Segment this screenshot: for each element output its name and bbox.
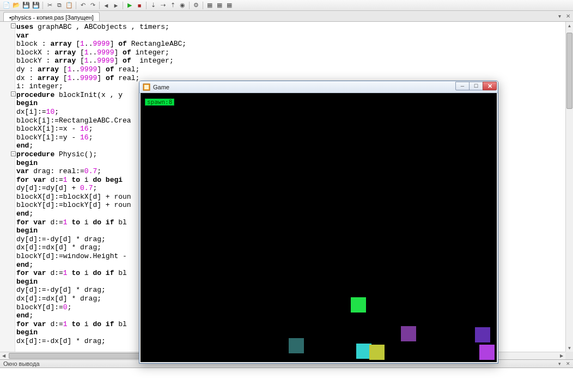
panel1-icon[interactable]: ▦ bbox=[205, 1, 214, 10]
panel3-icon[interactable]: ▦ bbox=[225, 1, 234, 10]
editor-gutter: − − − bbox=[0, 22, 15, 359]
tab-label: •physics - копия.pas [Запущен] bbox=[9, 14, 94, 21]
pin-icon[interactable]: ▾ bbox=[556, 360, 563, 367]
tab-close-icon[interactable]: ✕ bbox=[564, 12, 572, 20]
scroll-corner bbox=[565, 352, 573, 359]
spawn-counter: spawn:8 bbox=[145, 99, 174, 106]
output-panel: Окно вывода ▾ ✕ bbox=[0, 359, 573, 392]
output-body[interactable] bbox=[0, 368, 573, 392]
scroll-left-icon[interactable]: ◀ bbox=[0, 352, 8, 359]
minimize-button[interactable]: ─ bbox=[455, 82, 470, 90]
game-block bbox=[351, 297, 366, 313]
step-out-icon[interactable]: ⇡ bbox=[168, 1, 177, 10]
new-file-icon[interactable]: 📄 bbox=[2, 1, 11, 10]
output-title: Окно вывода bbox=[3, 360, 40, 367]
svg-rect-1 bbox=[144, 85, 149, 89]
undo-icon[interactable]: ↶ bbox=[78, 1, 87, 10]
step-into-icon[interactable]: ⇣ bbox=[149, 1, 157, 10]
game-block bbox=[475, 327, 490, 342]
scroll-up-icon[interactable]: ▲ bbox=[566, 22, 573, 29]
breakpoint-icon[interactable]: ◉ bbox=[178, 1, 187, 10]
compile-icon[interactable]: ⚙ bbox=[192, 1, 200, 10]
step-over-icon[interactable]: ⇢ bbox=[159, 1, 167, 10]
fold-icon[interactable]: − bbox=[11, 91, 16, 96]
tab-dropdown-icon[interactable]: ▾ bbox=[556, 12, 563, 20]
cut-icon[interactable]: ✂ bbox=[45, 1, 54, 10]
tab-physics[interactable]: •physics - копия.pas [Запущен] bbox=[3, 12, 100, 21]
game-block bbox=[369, 345, 385, 360]
open-file-icon[interactable]: 📂 bbox=[12, 1, 21, 10]
run-icon[interactable]: ▶ bbox=[125, 1, 134, 10]
panel2-icon[interactable]: ▦ bbox=[215, 1, 224, 10]
main-toolbar: 📄 📂 💾 💾 ✂ ⧉ 📋 ↶ ↷ ◄ ► ▶ ■ ⇣ ⇢ ⇡ ◉ ⚙ ▦ ▦ … bbox=[0, 0, 573, 11]
game-window[interactable]: Game ─ ☐ ✕ spawn:8 bbox=[139, 81, 498, 364]
nav-back-icon[interactable]: ◄ bbox=[102, 1, 111, 10]
save-icon[interactable]: 💾 bbox=[22, 1, 31, 10]
app-icon bbox=[143, 83, 150, 91]
game-titlebar[interactable]: Game ─ ☐ ✕ bbox=[139, 81, 498, 93]
stop-icon[interactable]: ■ bbox=[135, 1, 144, 10]
save-all-icon[interactable]: 💾 bbox=[32, 1, 40, 10]
nav-fwd-icon[interactable]: ► bbox=[112, 1, 120, 10]
scroll-thumb[interactable] bbox=[566, 33, 572, 109]
close-panel-icon[interactable]: ✕ bbox=[564, 360, 572, 367]
redo-icon[interactable]: ↷ bbox=[88, 1, 97, 10]
vertical-scrollbar[interactable]: ▲ ▼ bbox=[565, 22, 573, 352]
game-block bbox=[401, 326, 416, 341]
fold-icon[interactable]: − bbox=[11, 151, 16, 156]
game-block bbox=[479, 345, 495, 360]
document-tabbar: •physics - копия.pas [Запущен] ▾ ✕ bbox=[0, 11, 573, 22]
copy-icon[interactable]: ⧉ bbox=[55, 1, 64, 10]
paste-icon[interactable]: 📋 bbox=[65, 1, 74, 10]
scroll-down-icon[interactable]: ▼ bbox=[566, 344, 573, 352]
game-window-title: Game bbox=[153, 84, 169, 90]
scroll-right-icon[interactable]: ▶ bbox=[558, 352, 565, 359]
game-block bbox=[289, 338, 304, 353]
close-button[interactable]: ✕ bbox=[483, 82, 497, 90]
game-canvas[interactable]: spawn:8 bbox=[141, 93, 497, 362]
fold-icon[interactable]: − bbox=[11, 23, 16, 28]
maximize-button[interactable]: ☐ bbox=[469, 82, 483, 90]
